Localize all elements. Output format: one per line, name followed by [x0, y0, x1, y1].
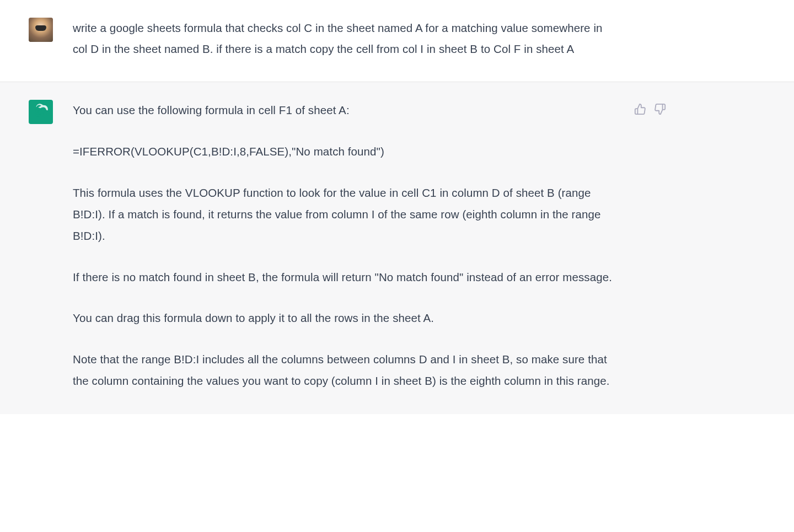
user-message-content: write a google sheets formula that check… [73, 18, 613, 60]
assistant-paragraph: You can drag this formula down to apply … [73, 308, 613, 329]
assistant-paragraph: This formula uses the VLOOKUP function t… [73, 182, 613, 247]
assistant-paragraph: Note that the range B!D:I includes all t… [73, 349, 613, 392]
assistant-message-content: You can use the following formula in cel… [73, 100, 613, 392]
user-message-text: write a google sheets formula that check… [73, 18, 613, 60]
assistant-paragraph: =IFERROR(VLOOKUP(C1,B!D:I,8,FALSE),"No m… [73, 141, 613, 163]
user-message-block: write a google sheets formula that check… [0, 0, 794, 82]
user-avatar [29, 18, 53, 42]
assistant-logo-icon [33, 104, 49, 120]
assistant-paragraph: If there is no match found in sheet B, t… [73, 267, 613, 288]
assistant-message-block: You can use the following formula in cel… [0, 82, 794, 414]
assistant-avatar [29, 100, 53, 124]
thumbs-down-button[interactable] [653, 102, 667, 116]
assistant-paragraph: You can use the following formula in cel… [73, 100, 613, 121]
thumbs-up-button[interactable] [633, 102, 647, 116]
thumbs-up-icon [634, 103, 646, 115]
thumbs-down-icon [654, 103, 666, 115]
message-actions [633, 100, 667, 116]
